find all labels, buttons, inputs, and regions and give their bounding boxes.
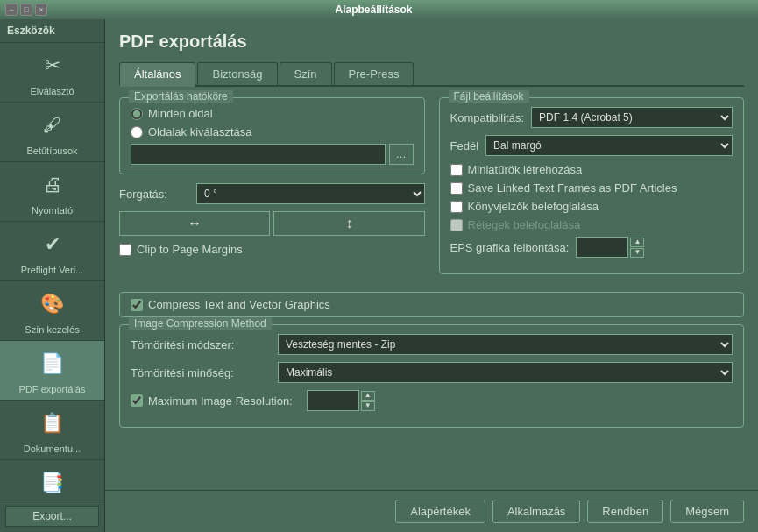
flip-buttons-row: ↔ ↕ [119, 211, 425, 236]
max-res-spin-down[interactable]: ▼ [361, 401, 375, 411]
export-scope-group: Exportálás hatóköre Minden oldal Oldalak… [119, 97, 425, 174]
minden-oldal-radio[interactable] [131, 108, 143, 120]
betutipusok-icon: 🖋 [35, 108, 70, 143]
sidebar-footer: Export... [0, 500, 104, 532]
megsem-button[interactable]: Mégsem [670, 500, 744, 523]
flip-vertical-button[interactable]: ↕ [273, 211, 424, 236]
clip-to-page-margins-checkbox[interactable] [119, 244, 131, 256]
close-button[interactable]: × [35, 4, 47, 16]
kompatibilitas-label: Kompatibilitás: [450, 111, 525, 124]
sidebar-label-nyomtato: Nyomtató [32, 205, 73, 216]
fedel-select[interactable]: Bal margó Jobb margó Felső margó Alsó ma… [485, 135, 733, 156]
footer: Alapértékek Alkalmazás Rendben Mégsem [105, 490, 758, 532]
titlebar: − □ × Alapbeállítások [0, 0, 758, 19]
page-range-row: … [131, 144, 414, 165]
tomoritesi-minoseg-label: Tömörítési minőség: [131, 366, 271, 379]
kompatibilitas-select[interactable]: PDF 1.3 (Acrobat 4) PDF 1.4 (Acrobat 5) … [531, 107, 733, 128]
tomoritesi-minoseg-row: Tömörítési minőség: Maximális Magas Köze… [131, 362, 733, 383]
miniatürok-checkbox[interactable] [450, 164, 463, 176]
maximize-button[interactable]: □ [20, 4, 32, 16]
eps-label: EPS grafika felbontása: [450, 241, 570, 254]
szin-kezeles-icon: 🎨 [35, 287, 70, 322]
linked-text-row: Save Linked Text Frames as PDF Articles [450, 181, 733, 195]
image-compression-title: Image Compression Method [129, 317, 272, 330]
konyvjelzok-checkbox[interactable] [450, 201, 463, 213]
minden-oldal-label: Minden oldal [148, 107, 213, 120]
sidebar-item-nyomtato[interactable]: 🖨 Nyomtató [0, 162, 104, 222]
tomoritesi-modszer-label: Tömörítési módszer: [131, 338, 271, 351]
eps-spin-up[interactable]: ▲ [630, 238, 644, 247]
max-res-spin-up[interactable]: ▲ [361, 391, 375, 401]
eps-spin-down[interactable]: ▼ [630, 248, 644, 258]
tab-prepress[interactable]: Pre-Press [334, 62, 414, 85]
fajl-beallitasok-title: Fájl beállítások [449, 90, 529, 103]
sidebar-item-tartalomjegy[interactable]: 📑 Tartalomjegy... [0, 460, 104, 500]
retegek-label: Rétegek belefoglalása [468, 218, 581, 231]
compress-text-checkbox[interactable] [131, 299, 143, 311]
fedel-label: Fedél [450, 139, 479, 153]
pdf-exportalas-icon: 📄 [35, 346, 70, 381]
tomoritesi-modszer-select[interactable]: Veszteség mentes - Zip JPEG Automatikus [278, 334, 733, 355]
rotation-select[interactable]: 0 ° 90 ° 180 ° 270 ° [196, 183, 425, 204]
tab-altalanos[interactable]: Általános [119, 62, 195, 87]
left-column: Exportálás hatóköre Minden oldal Oldalak… [119, 97, 425, 283]
max-res-label: Maximum Image Resolution: [148, 394, 293, 408]
max-res-spin-buttons: ▲ ▼ [361, 391, 375, 411]
right-column: Fájl beállítások Kompatibilitás: PDF 1.3… [439, 97, 745, 283]
eps-input[interactable]: 300dpi [576, 237, 628, 258]
max-res-checkbox[interactable] [131, 394, 143, 407]
tab-bar: Általános Biztonság Szín Pre-Press [119, 62, 744, 87]
linked-text-checkbox[interactable] [450, 182, 463, 195]
tab-biztonsag[interactable]: Biztonság [197, 62, 277, 85]
max-res-input[interactable]: 300dpi [307, 390, 359, 411]
sidebar-label-pdf-exportalas: PDF exportálás [19, 384, 86, 394]
nyomtato-icon: 🖨 [35, 167, 70, 202]
alkalmazas-button[interactable]: Alkalmazás [492, 500, 580, 523]
page-range-browse-button[interactable]: … [389, 144, 414, 165]
sidebar-item-elvalaszto[interactable]: ✂ Elválasztó [0, 43, 104, 103]
tomoritesi-minoseg-select[interactable]: Maximális Magas Közepes Alacsony [278, 362, 733, 383]
oldalak-kivalasztasa-radio[interactable] [131, 126, 143, 138]
rotation-row: Forgatás: 0 ° 90 ° 180 ° 270 ° [119, 183, 425, 204]
miniatürok-row: Miniatűrök létrehozása [450, 163, 733, 176]
clip-to-page-margins-label: Clip to Page Margins [137, 243, 243, 256]
linked-text-label: Save Linked Text Frames as PDF Articles [468, 181, 677, 195]
compress-text-label: Compress Text and Vector Graphics [148, 298, 330, 311]
sidebar-item-pdf-exportalas[interactable]: 📄 PDF exportálás [0, 341, 104, 401]
page-title: PDF exportálás [119, 32, 744, 52]
sidebar-item-szin-kezeles[interactable]: 🎨 Szín kezelés [0, 281, 104, 341]
sidebar-label-elvalaszto: Elválasztó [30, 86, 74, 96]
oldalak-kivalasztasa-label: Oldalak kiválasztása [148, 125, 252, 138]
sidebar-item-dokumentu[interactable]: 📋 Dokumentu... [0, 401, 104, 460]
tomoritesi-modszer-row: Tömörítési módszer: Veszteség mentes - Z… [131, 334, 733, 355]
window-title: Alapbeállítások [47, 4, 700, 16]
sidebar-item-preflight[interactable]: ✔ Preflight Veri... [0, 222, 104, 281]
rendben-button[interactable]: Rendben [587, 500, 663, 523]
sidebar-label-szin-kezeles: Szín kezelés [25, 324, 79, 335]
export-scope-title: Exportálás hatóköre [129, 90, 233, 103]
minimize-button[interactable]: − [5, 4, 18, 16]
eps-spinbox: 300dpi ▲ ▼ [576, 237, 644, 258]
bottom-section: Compress Text and Vector Graphics Image … [119, 292, 744, 428]
sidebar-item-betutipusok[interactable]: 🖋 Betűtípusok [0, 103, 104, 162]
image-compression-group: Image Compression Method Tömörítési móds… [119, 324, 744, 428]
konyvjelzok-label: Könyvjelzők belefoglalása [468, 200, 599, 213]
rotation-label: Forgatás: [119, 188, 189, 201]
dokumentu-icon: 📋 [35, 406, 70, 441]
export-button[interactable]: Export... [5, 506, 99, 527]
konyvjelzok-row: Könyvjelzők belefoglalása [450, 200, 733, 213]
two-col-layout: Exportálás hatóköre Minden oldal Oldalak… [119, 97, 744, 283]
sidebar-label-betutipusok: Betűtípusok [26, 145, 77, 156]
tab-szin[interactable]: Szín [280, 62, 332, 85]
flip-horizontal-button[interactable]: ↔ [119, 211, 270, 236]
page-range-input[interactable] [131, 144, 386, 165]
miniatürok-label: Miniatűrök létrehozása [468, 163, 583, 176]
clip-to-page-margins-row: Clip to Page Margins [119, 243, 425, 256]
titlebar-buttons[interactable]: − □ × [5, 4, 47, 16]
fedel-row: Fedél Bal margó Jobb margó Felső margó A… [450, 135, 733, 156]
tartalomjegy-icon: 📑 [35, 465, 70, 500]
retegek-checkbox[interactable] [450, 219, 463, 231]
kompatibilitas-row: Kompatibilitás: PDF 1.3 (Acrobat 4) PDF … [450, 107, 733, 128]
minden-oldal-row: Minden oldal [131, 107, 414, 120]
alapertekek-button[interactable]: Alapértékek [395, 500, 485, 523]
